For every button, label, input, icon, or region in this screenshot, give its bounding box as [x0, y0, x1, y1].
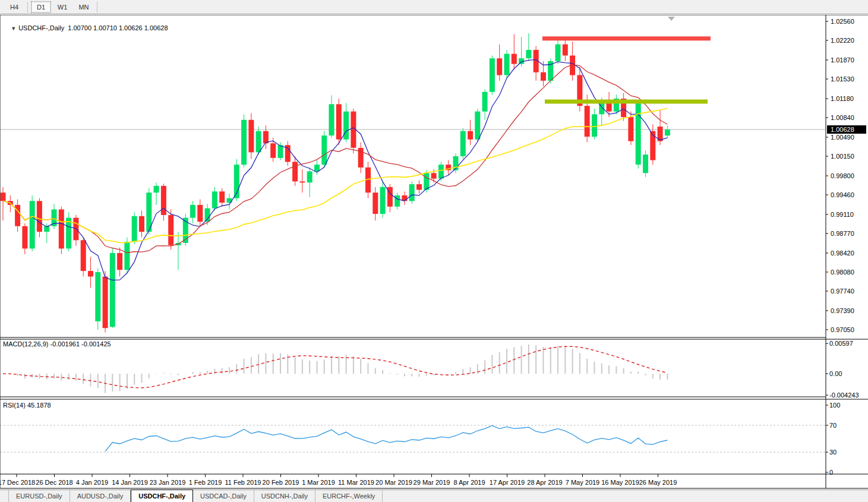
candle	[117, 253, 122, 270]
price-axis-label: 1.00150	[831, 153, 854, 160]
candle	[512, 54, 517, 64]
timeframe-button-mn[interactable]: MN	[74, 1, 94, 13]
price-axis-label: 0.99110	[831, 211, 854, 218]
price-axis-label: 1.00840	[831, 114, 854, 121]
date-axis-label: 8 Apr 2019	[453, 479, 485, 486]
date-axis-label: 4 Jan 2019	[76, 479, 108, 486]
candle	[585, 106, 590, 137]
price-axis-label: 0.99460	[831, 191, 854, 198]
mt4-chart-window: { "toolbar": { "buttons": [ {"label": "H…	[0, 0, 868, 502]
date-axis[interactable]: 17 Dec 201826 Dec 20184 Jan 201914 Jan 2…	[0, 474, 677, 486]
rsi-axis-label: 30	[829, 449, 837, 456]
candle	[607, 103, 612, 112]
candle	[307, 171, 313, 182]
candle	[497, 58, 502, 75]
candle	[197, 205, 203, 222]
timeframe-button-w1[interactable]: W1	[52, 1, 72, 13]
candle	[37, 201, 42, 232]
candle	[248, 120, 254, 153]
candle	[212, 191, 217, 208]
date-axis-label: 14 Jan 2019	[112, 479, 148, 486]
candle	[555, 45, 561, 61]
candle	[88, 271, 93, 276]
candle	[190, 205, 195, 218]
candle	[490, 58, 495, 92]
macd-axis-label: 0.00597	[829, 340, 853, 347]
candle	[124, 242, 130, 270]
candle	[103, 277, 108, 329]
candle	[431, 173, 437, 178]
timeframe-button-h4[interactable]: H4	[4, 1, 24, 13]
ma-line-5	[3, 59, 667, 280]
chart-tab-usdchf[interactable]: USDCHF-,Daily	[131, 490, 193, 502]
date-axis-label: 29 Mar 2019	[414, 479, 450, 486]
candle	[409, 184, 415, 201]
candle	[161, 186, 166, 215]
date-axis-label: 28 Apr 2019	[527, 479, 562, 486]
price-axis-label: 0.98080	[831, 269, 854, 276]
candle	[30, 201, 35, 248]
chart-tab-eurchf[interactable]: EURCHF-,Weekly	[315, 490, 383, 502]
chart-ohlc-values: 1.00700 1.00710 1.00626 1.00628	[68, 24, 168, 31]
price-axis-label: 0.97050	[831, 326, 854, 333]
chart-tab-audusd[interactable]: AUDUSD-,Daily	[70, 490, 131, 502]
toolbar-separator	[27, 2, 28, 12]
price-axis-label: 1.01870	[831, 56, 854, 64]
candle	[59, 210, 64, 249]
candle	[592, 114, 597, 137]
candle	[95, 272, 100, 321]
chart-symbol-label: USDCHF-,Daily	[18, 24, 64, 31]
date-axis-label: 17 Dec 2018	[0, 479, 35, 486]
price-axis[interactable]: 1.025601.022201.018701.015301.011801.008…	[826, 18, 866, 476]
candle	[154, 186, 159, 192]
toolbar-separator	[97, 2, 97, 12]
candle	[468, 131, 473, 140]
symbol-dropdown-icon[interactable]: ▼	[11, 26, 16, 31]
candle	[394, 195, 400, 207]
candle	[22, 226, 27, 249]
date-axis-label: 17 Apr 2019	[490, 479, 525, 486]
candle	[1, 192, 6, 201]
candle	[219, 191, 225, 203]
candle	[168, 215, 173, 245]
date-axis-label: 20 Mar 2019	[375, 479, 412, 486]
current-price-value: 1.00628	[831, 126, 854, 133]
candle	[256, 131, 261, 153]
chart-workspace[interactable]: 1.025601.022201.018701.015301.011801.008…	[0, 15, 868, 489]
date-axis-label: 26 Dec 2018	[36, 479, 72, 486]
price-axis-label: 0.97390	[831, 307, 854, 314]
chart-canvas[interactable]: 1.025601.022201.018701.015301.011801.008…	[0, 15, 868, 489]
macd-indicator-label: MACD(12,26,9) -0.001961 -0.001425	[3, 340, 111, 348]
candle	[110, 253, 115, 327]
candle	[139, 216, 144, 232]
date-axis-label: 1 Mar 2019	[302, 479, 335, 486]
date-axis-label: 26 May 2019	[639, 479, 677, 486]
resistance-line[interactable]	[542, 36, 711, 40]
macd-panel	[3, 345, 667, 393]
timeframe-button-d1[interactable]: D1	[31, 1, 51, 13]
ma-line-13	[3, 65, 667, 253]
chart-shift-marker[interactable]	[668, 17, 675, 21]
macd-signal-line	[3, 346, 667, 388]
candle	[380, 187, 386, 214]
date-axis-label: 1 Feb 2019	[189, 479, 222, 486]
candle	[299, 181, 305, 182]
chart-tab-usdcad[interactable]: USDCAD-,Daily	[193, 490, 254, 502]
candle	[643, 154, 648, 173]
candle	[132, 216, 137, 242]
support-line[interactable]	[545, 100, 708, 104]
rsi-panel	[0, 425, 826, 452]
candle	[416, 184, 422, 190]
macd-axis-label: -0.004243	[829, 392, 859, 399]
price-axis-label: 1.01180	[831, 95, 854, 102]
date-axis-label: 20 Feb 2019	[263, 479, 299, 486]
chart-tab-usdcnh[interactable]: USDCNH-,Daily	[254, 490, 315, 502]
candle	[329, 104, 334, 135]
price-axis-label: 1.02560	[831, 18, 854, 25]
rsi-axis-label: 0	[829, 469, 833, 476]
price-axis-label: 0.98770	[831, 230, 854, 237]
date-axis-label: 16 May 2019	[601, 479, 639, 486]
candle	[343, 112, 349, 140]
price-axis-label: 1.02220	[831, 37, 854, 44]
chart-tab-eurusd[interactable]: EURUSD-,Daily	[8, 490, 70, 502]
